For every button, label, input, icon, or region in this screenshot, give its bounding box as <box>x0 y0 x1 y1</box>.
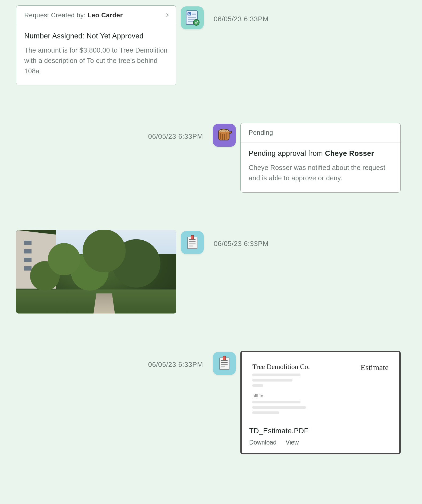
document-type-label: Estimate <box>361 363 389 372</box>
timeline-row: 06/05/23 6:33PM Pending Pending approval… <box>0 123 422 193</box>
timeline-row: Request Created by: Leo Carder Number As… <box>0 5 422 85</box>
attachment-filename: TD_Estimate.PDF <box>249 427 392 435</box>
timestamp: 06/05/23 6:33PM <box>139 123 208 141</box>
pending-card: Pending Pending approval from Cheye Ross… <box>240 123 401 193</box>
approver-name: Cheye Rosser <box>325 149 374 157</box>
document-preview[interactable]: Tree Demolition Co. Estimate Bill To <box>242 352 399 422</box>
timestamp: 06/05/23 6:33PM <box>208 230 278 248</box>
attached-photo[interactable] <box>16 230 176 313</box>
svg-rect-23 <box>223 356 226 360</box>
card-title: Pending approval from Cheye Rosser <box>249 149 392 158</box>
timeline-row: 06/05/23 6:33PM Tree Demolition Co. <box>0 351 422 454</box>
request-author: Leo Carder <box>88 11 123 19</box>
header-prefix: Request Created by: <box>24 11 86 19</box>
card-header: Request Created by: Leo Carder <box>16 6 176 25</box>
chevron-right-icon[interactable] <box>165 13 169 17</box>
svg-rect-17 <box>191 235 194 239</box>
document-billto-label: Bill To <box>252 394 389 398</box>
request-card: Request Created by: Leo Carder Number As… <box>16 5 176 85</box>
note-attachment-icon <box>181 231 204 254</box>
card-body-text: The amount is for $3,800.00 to Tree Demo… <box>24 45 168 76</box>
tree-stump-icon <box>213 124 236 147</box>
invoice-approved-icon: $ <box>181 6 204 29</box>
svg-text:$: $ <box>188 13 190 15</box>
note-attachment-icon <box>213 352 236 375</box>
document-company: Tree Demolition Co. <box>252 363 310 371</box>
timeline-row: 06/05/23 6:33PM <box>0 230 422 313</box>
svg-point-8 <box>193 19 199 25</box>
header-prefix: Pending <box>249 129 273 136</box>
card-body-text: Cheye Rosser was notified about the requ… <box>249 162 392 183</box>
card-title: Number Assigned: Not Yet Approved <box>24 32 168 40</box>
attachment-card: Tree Demolition Co. Estimate Bill To TD_… <box>240 351 401 454</box>
timestamp: 06/05/23 6:33PM <box>208 5 278 23</box>
timestamp: 06/05/23 6:33PM <box>139 351 208 369</box>
view-link[interactable]: View <box>286 439 299 446</box>
card-header: Pending <box>241 123 400 142</box>
download-link[interactable]: Download <box>249 439 276 446</box>
